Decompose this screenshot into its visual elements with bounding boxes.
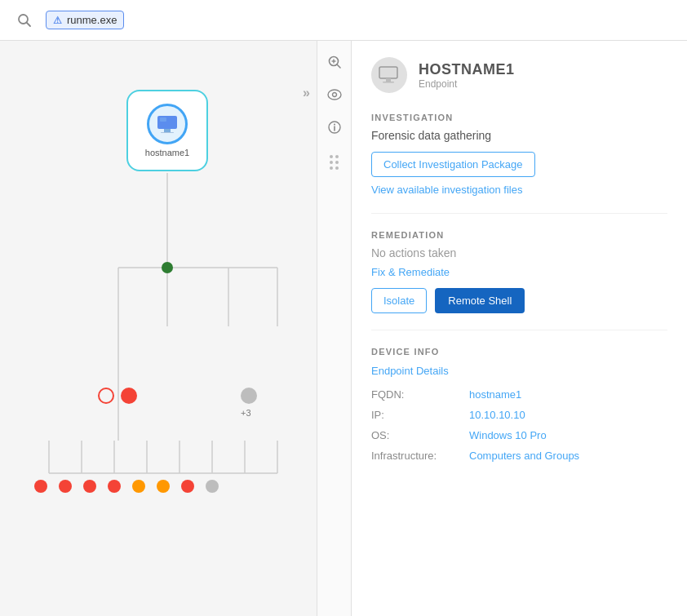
- divider-1: [371, 213, 667, 214]
- host-header: HOSTNAME1 Endpoint: [371, 57, 667, 93]
- collect-investigation-button[interactable]: Collect Investigation Package: [371, 152, 535, 177]
- investigation-section: INVESTIGATION Forensic data gathering Co…: [371, 113, 667, 197]
- svg-point-31: [334, 124, 335, 126]
- svg-rect-33: [386, 78, 391, 82]
- dot-5: [132, 480, 145, 493]
- os-label: OS:: [371, 429, 469, 441]
- svg-rect-34: [383, 82, 394, 83]
- ip-row: IP: 10.10.10.10: [371, 409, 667, 421]
- host-type: Endpoint: [419, 78, 515, 90]
- os-value: Windows 10 Pro: [469, 429, 547, 441]
- svg-point-18: [162, 262, 173, 273]
- remediation-section: REMEDIATION No actions taken Fix & Remed…: [371, 230, 667, 313]
- infrastructure-row: Infrastructure: Computers and Groups: [371, 450, 667, 462]
- dot-2: [59, 480, 72, 493]
- svg-line-1: [27, 22, 31, 26]
- fqdn-row: FQDN: hostname1: [371, 388, 667, 401]
- svg-rect-32: [379, 67, 397, 78]
- node-label: hostname1: [145, 148, 189, 157]
- svg-point-28: [332, 93, 336, 97]
- remediation-status: No actions taken: [371, 246, 667, 259]
- svg-line-24: [337, 64, 340, 68]
- device-info-title: DEVICE INFO: [371, 347, 667, 357]
- dot-4: [108, 480, 121, 493]
- expand-arrow[interactable]: »: [303, 86, 310, 100]
- ip-value: 10.10.10.10: [469, 409, 525, 421]
- dot-8: [206, 480, 219, 493]
- svg-point-27: [328, 90, 341, 100]
- infrastructure-label: Infrastructure:: [371, 450, 469, 462]
- investigation-subtitle: Forensic data gathering: [371, 129, 667, 142]
- os-row: OS: Windows 10 Pro: [371, 429, 667, 441]
- dot-1: [34, 480, 47, 493]
- sidebar-icons: [317, 41, 351, 616]
- plus3-label: +3: [241, 408, 251, 418]
- circle-ring-red: [98, 388, 114, 404]
- sidebar-info-icon[interactable]: [321, 114, 348, 140]
- alert-badge[interactable]: ⚠ runme.exe: [46, 11, 124, 29]
- svg-rect-21: [161, 132, 174, 133]
- bottom-row-nodes: [34, 480, 219, 493]
- remote-shell-button[interactable]: Remote Shell: [435, 288, 525, 313]
- view-investigation-files-link[interactable]: View available investigation files: [371, 184, 522, 196]
- host-info: HOSTNAME1 Endpoint: [419, 61, 515, 90]
- fqdn-value: hostname1: [469, 388, 521, 401]
- dot-3: [83, 480, 96, 493]
- svg-rect-20: [164, 129, 171, 132]
- sidebar-zoom-icon[interactable]: [321, 49, 348, 75]
- infrastructure-value: Computers and Groups: [469, 450, 579, 462]
- node-icon: [147, 104, 188, 144]
- host-name: HOSTNAME1: [419, 61, 515, 78]
- remediation-buttons: Isolate Remote Shell: [371, 288, 667, 313]
- hostname1-node[interactable]: hostname1: [126, 90, 208, 171]
- device-info-section: DEVICE INFO Endpoint Details FQDN: hostn…: [371, 347, 667, 462]
- dot-7: [181, 480, 194, 493]
- main-content: hostname1 +3: [0, 41, 687, 616]
- host-avatar: [371, 57, 407, 93]
- graph-area: hostname1 +3: [0, 41, 317, 616]
- endpoint-details-link[interactable]: Endpoint Details: [371, 365, 449, 377]
- right-panel: HOSTNAME1 Endpoint INVESTIGATION Forensi…: [351, 41, 687, 616]
- mid-row-nodes: [98, 388, 137, 404]
- fqdn-label: FQDN:: [371, 388, 469, 401]
- remediation-title: REMEDIATION: [371, 230, 667, 240]
- search-button[interactable]: [13, 9, 36, 32]
- graph-panel: hostname1 +3: [0, 41, 351, 616]
- fix-remediate-link[interactable]: Fix & Remediate: [371, 266, 667, 278]
- dot-6: [157, 480, 170, 493]
- alert-icon: ⚠: [53, 15, 62, 26]
- sidebar-dots-divider: [330, 155, 339, 170]
- top-bar: ⚠ runme.exe: [0, 0, 687, 41]
- sidebar-eye-icon[interactable]: [321, 82, 348, 108]
- alert-text: runme.exe: [67, 14, 117, 26]
- circle-gray: [241, 388, 257, 404]
- investigation-title: INVESTIGATION: [371, 113, 667, 122]
- isolate-button[interactable]: Isolate: [371, 288, 427, 313]
- circle-solid-red: [121, 388, 137, 404]
- svg-rect-22: [160, 117, 166, 122]
- ip-label: IP:: [371, 409, 469, 421]
- divider-2: [371, 330, 667, 330]
